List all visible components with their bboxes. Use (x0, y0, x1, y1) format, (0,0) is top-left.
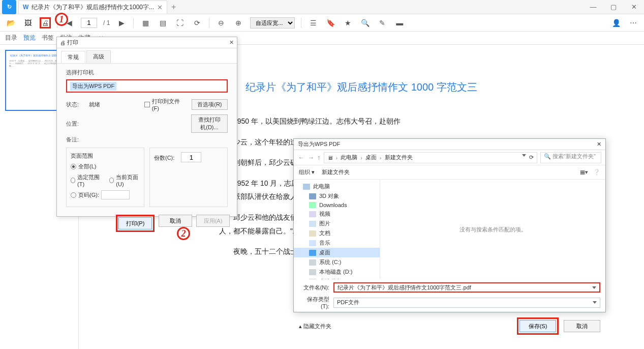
path-seg[interactable]: 此电脑 (341, 154, 357, 161)
folder-icon (309, 230, 316, 237)
tab-title: 纪录片《为了和平》观后感抒情作文1000字... (32, 3, 154, 12)
list-icon[interactable]: ☰ (308, 17, 319, 28)
minimize-button[interactable]: — (583, 3, 603, 11)
tab-close-icon[interactable]: ✕ (157, 4, 163, 11)
range-label: 页面范围 (71, 152, 140, 160)
tree-item[interactable]: 系统 (C:) (294, 257, 380, 267)
tab-general[interactable]: 常规 (61, 51, 85, 64)
star-icon[interactable]: ★ (342, 17, 353, 28)
tree-item[interactable]: 3D 对象 (294, 191, 380, 201)
path-dropdown-icon[interactable] (522, 154, 526, 157)
bookmark-icon[interactable]: 🔖 (325, 17, 336, 28)
chevron-down-icon[interactable] (592, 286, 596, 289)
view-mode-icon[interactable]: ▦▾ (580, 169, 588, 176)
zoom-out-icon[interactable]: ⊖ (216, 17, 227, 28)
copies-input[interactable] (181, 152, 201, 162)
printer-select-box[interactable]: 导出为WPS PDF (66, 79, 228, 93)
tree-item[interactable]: 桌面 (294, 248, 380, 257)
file-list-area[interactable]: 没有与搜索条件匹配的项。 (380, 180, 605, 279)
new-folder-button[interactable]: 新建文件夹 (322, 168, 350, 176)
breadcrumb[interactable]: 🖥 › 此电脑 › 桌面 › 新建文件夹 ⟳ (324, 152, 538, 163)
pages-input[interactable] (101, 190, 130, 199)
next-page-icon[interactable]: ▶ (116, 17, 127, 28)
folder-icon (309, 193, 316, 199)
fit-width-icon[interactable]: ⛶ (174, 17, 186, 28)
save-cancel-button[interactable]: 取消 (564, 320, 600, 332)
print-dialog-title: 打印 (67, 39, 78, 46)
print-cancel-button[interactable]: 取消 (159, 215, 192, 227)
search-icon[interactable]: 🔍 (359, 17, 371, 28)
folder-icon (309, 279, 316, 280)
image-icon[interactable]: 🖼 (22, 17, 34, 28)
radio-selection[interactable] (71, 178, 75, 183)
radio-all[interactable] (71, 164, 76, 169)
location-label: 位置: (66, 120, 84, 128)
edit-icon[interactable]: ✎ (377, 17, 388, 28)
document-tab[interactable]: W 纪录片《为了和平》观后感抒情作文1000字... ✕ (18, 1, 167, 14)
preferences-button[interactable]: 首选项(R) (192, 99, 228, 110)
page-number-input[interactable] (81, 18, 97, 28)
save-dialog-title: 导出为WPS PDF (298, 140, 340, 148)
radio-current[interactable] (109, 178, 114, 183)
zoom-select[interactable]: 自适应宽... (250, 17, 295, 28)
nav-forward-icon[interactable]: → (308, 154, 314, 161)
two-page-icon[interactable]: ▤ (157, 17, 168, 28)
app-icon: ↻ (2, 0, 16, 14)
pc-icon: 🖥 (327, 155, 333, 161)
print-apply-button[interactable]: 应用(A) (196, 215, 230, 227)
user-icon[interactable]: 👤 (610, 17, 622, 28)
page-title: 纪录片《为了和平》观后感抒情作文 1000 字范文三 (219, 80, 504, 94)
find-printer-button[interactable]: 查找打印机(D)... (191, 114, 228, 133)
print-button[interactable]: 🖨 (40, 17, 51, 28)
radio-pages[interactable] (71, 192, 76, 198)
subnav-outline[interactable]: 目录 (5, 34, 17, 42)
printer-option-wps-pdf[interactable]: 导出为WPS PDF (70, 82, 116, 91)
more-icon[interactable]: ⋯ (628, 17, 639, 28)
filename-label: 文件名(N): (299, 284, 329, 292)
tree-item[interactable]: 视频 (294, 209, 380, 219)
filetype-select[interactable]: PDF文件 (333, 298, 600, 308)
address-bar-row: ← → ↑ 🖥 › 此电脑 › 桌面 › 新建文件夹 ⟳ 🔍 搜索"新建文件夹" (294, 150, 605, 165)
chevron-down-icon[interactable] (593, 301, 597, 304)
tree-item[interactable]: 本地磁盘 (D:) (294, 267, 380, 277)
new-tab-button[interactable]: + (171, 3, 176, 12)
print-to-file-checkbox[interactable]: 打印到文件(F) (144, 98, 187, 111)
nav-back-icon[interactable]: ← (298, 154, 304, 161)
single-page-icon[interactable]: ▦ (140, 17, 151, 28)
rotate-icon[interactable]: ⟳ (192, 17, 203, 28)
folder-icon (309, 269, 316, 275)
print-confirm-button[interactable]: 打印(P) (118, 217, 152, 229)
tree-item-label: 本地磁盘 (D:) (319, 268, 352, 276)
path-seg[interactable]: 桌面 (365, 154, 377, 161)
tree-item[interactable]: 文档 (294, 228, 380, 238)
close-button[interactable]: ✕ (624, 3, 644, 11)
organize-button[interactable]: 组织 ▾ (299, 168, 315, 176)
save-dialog-close-icon[interactable]: ✕ (597, 141, 601, 148)
tree-item[interactable]: 音乐 (294, 238, 380, 248)
save-dialog-titlebar[interactable]: 导出为WPS PDF ✕ (294, 139, 605, 150)
path-seg[interactable]: 新建文件夹 (385, 154, 413, 161)
tree-item[interactable]: Downloads (294, 201, 380, 209)
highlight-icon[interactable]: ▬ (394, 17, 405, 28)
help-icon[interactable]: ❔ (593, 169, 600, 176)
filename-rows: 文件名(N): 纪录片《为了和平》观后感抒情作文1000字范文三.pdf 保存类… (294, 279, 605, 315)
hide-folders-toggle[interactable]: ▴ 隐藏文件夹 (299, 323, 331, 330)
refresh-icon[interactable]: ⟳ (529, 154, 534, 161)
page-range-group: 页面范围 全部(L) 选定范围(T) 当前页面(U) 页码(G): (66, 148, 144, 207)
subnav-preview[interactable]: 预览 (23, 34, 36, 42)
tree-item[interactable]: 本地磁盘 (E:) (294, 277, 380, 279)
print-dialog-close-icon[interactable]: ✕ (229, 39, 234, 46)
open-icon[interactable]: 📂 (5, 17, 16, 28)
filename-input[interactable]: 纪录片《为了和平》观后感抒情作文1000字范文三.pdf (333, 282, 600, 293)
zoom-in-icon[interactable]: ⊕ (233, 17, 244, 28)
print-dialog-titlebar[interactable]: 🖨 打印 ✕ (57, 37, 237, 48)
tree-item[interactable]: 此电脑 (294, 182, 380, 191)
maximize-button[interactable]: ▢ (603, 3, 624, 11)
tree-item[interactable]: 图片 (294, 219, 380, 228)
print-dialog: 🖨 打印 ✕ 常规 高级 选择打印机 导出为WPS PDF 状态: 就绪 打印到… (56, 37, 237, 217)
subnav-bookmark[interactable]: 书签 (42, 34, 54, 42)
nav-up-icon[interactable]: ↑ (317, 154, 321, 161)
folder-search-input[interactable]: 🔍 搜索"新建文件夹" (540, 152, 601, 163)
save-button[interactable]: 保存(S) (519, 320, 556, 332)
tab-advanced[interactable]: 高级 (86, 50, 111, 63)
